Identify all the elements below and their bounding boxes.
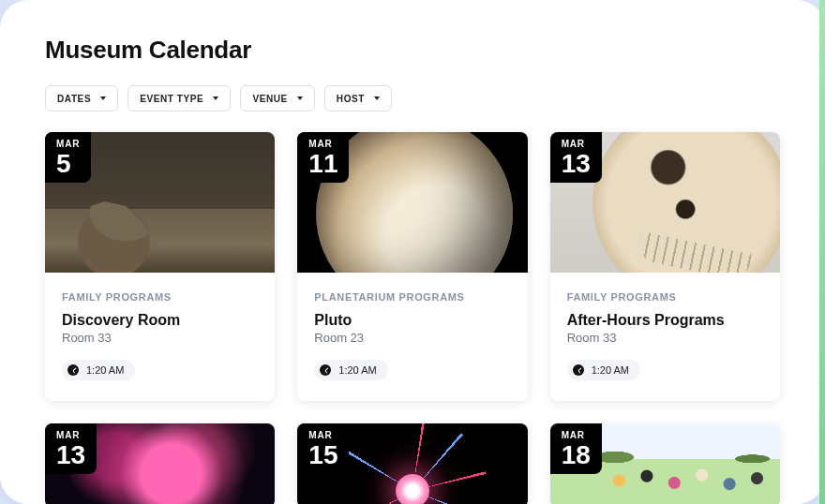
event-body: PLANETARIUM PROGRAMS Pluto Room 23 1:20 …: [297, 273, 527, 401]
filter-event-type[interactable]: EVENT TYPE: [128, 85, 231, 111]
event-title: After-Hours Programs: [567, 312, 763, 329]
event-room: Room 33: [62, 331, 258, 345]
event-card[interactable]: MAR 11 PLANETARIUM PROGRAMS Pluto Room 2…: [297, 132, 527, 401]
filter-label: DATES: [57, 94, 91, 104]
event-room: Room 23: [314, 331, 510, 345]
event-image: MAR 13: [550, 132, 780, 273]
date-flag: MAR 11: [297, 132, 349, 183]
date-flag: MAR 13: [550, 132, 602, 183]
event-card[interactable]: MAR 18: [550, 423, 780, 504]
date-flag: MAR 5: [45, 132, 91, 183]
clock-icon: [573, 364, 584, 376]
page-title: Museum Calendar: [45, 36, 780, 65]
event-body: FAMILY PROGRAMS After-Hours Programs Roo…: [550, 273, 780, 401]
caret-down-icon: [297, 96, 303, 100]
event-grid: MAR 5 FAMILY PROGRAMS Discovery Room Roo…: [45, 132, 780, 504]
date-flag: MAR 18: [550, 423, 602, 474]
date-month: MAR: [308, 431, 338, 440]
date-month: MAR: [56, 431, 85, 440]
event-time: 1:20 AM: [86, 364, 124, 376]
event-time: 1:20 AM: [338, 364, 376, 376]
filter-label: VENUE: [252, 94, 287, 104]
event-image: MAR 11: [297, 132, 527, 273]
event-image: MAR 15: [297, 423, 527, 504]
date-day: 13: [56, 442, 85, 468]
date-month: MAR: [56, 140, 80, 149]
filter-dates[interactable]: DATES: [45, 85, 118, 111]
clock-icon: [68, 364, 79, 376]
date-month: MAR: [562, 431, 591, 440]
event-time: 1:20 AM: [592, 364, 629, 376]
event-card[interactable]: MAR 5 FAMILY PROGRAMS Discovery Room Roo…: [45, 132, 275, 401]
event-category: FAMILY PROGRAMS: [62, 291, 258, 303]
event-image: MAR 18: [550, 423, 780, 504]
date-month: MAR: [562, 140, 591, 149]
filter-label: HOST: [337, 94, 365, 104]
event-category: FAMILY PROGRAMS: [567, 291, 763, 303]
event-time-pill: 1:20 AM: [62, 360, 135, 380]
caret-down-icon: [100, 96, 106, 100]
event-title: Discovery Room: [62, 312, 258, 329]
event-card[interactable]: MAR 13: [45, 423, 275, 504]
date-day: 18: [562, 442, 591, 468]
event-image: MAR 5: [45, 132, 275, 273]
event-room: Room 33: [567, 331, 763, 345]
date-flag: MAR 13: [45, 423, 97, 474]
event-body: FAMILY PROGRAMS Discovery Room Room 33 1…: [45, 273, 275, 401]
event-category: PLANETARIUM PROGRAMS: [314, 291, 510, 303]
filter-venue[interactable]: VENUE: [240, 85, 314, 111]
date-flag: MAR 15: [297, 423, 349, 474]
event-card[interactable]: MAR 15: [297, 423, 527, 504]
date-day: 13: [562, 151, 591, 177]
date-day: 11: [308, 151, 338, 177]
date-day: 5: [56, 151, 80, 177]
filter-host[interactable]: HOST: [324, 85, 392, 111]
caret-down-icon: [374, 96, 380, 100]
app-frame: Museum Calendar DATES EVENT TYPE VENUE H…: [0, 0, 825, 504]
event-time-pill: 1:20 AM: [567, 360, 640, 380]
clock-icon: [320, 364, 331, 376]
decorative-stripe: [819, 0, 825, 504]
event-title: Pluto: [314, 312, 510, 329]
event-time-pill: 1:20 AM: [314, 360, 387, 380]
filter-bar: DATES EVENT TYPE VENUE HOST: [45, 85, 780, 111]
event-image: MAR 13: [45, 423, 275, 504]
filter-label: EVENT TYPE: [140, 94, 203, 104]
caret-down-icon: [213, 96, 218, 100]
date-day: 15: [308, 442, 338, 468]
event-card[interactable]: MAR 13 FAMILY PROGRAMS After-Hours Progr…: [550, 132, 780, 401]
date-month: MAR: [308, 140, 338, 149]
